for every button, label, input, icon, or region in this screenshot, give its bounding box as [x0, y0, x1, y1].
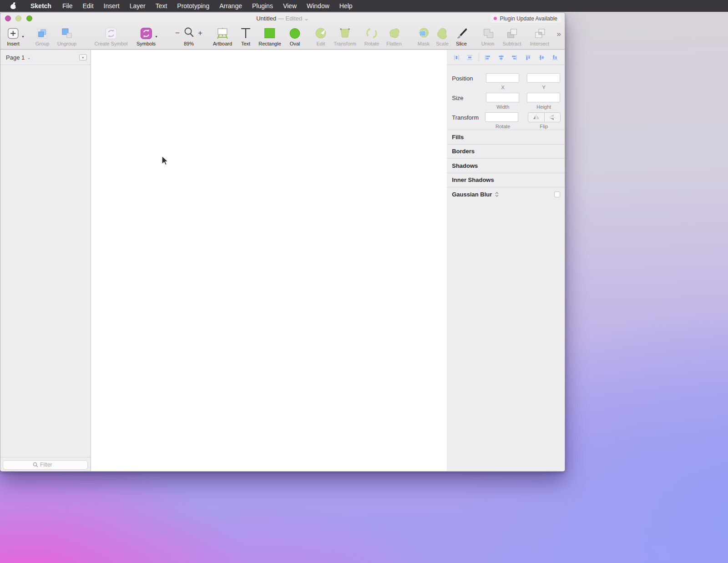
shadows-section-header[interactable]: Shadows	[447, 158, 565, 173]
window-title: Untitled — Edited ⌄	[0, 13, 565, 24]
inner-shadows-section-header[interactable]: Inner Shadows	[447, 173, 565, 187]
fills-section-header[interactable]: Fills	[447, 130, 565, 144]
rectangle-tool-button[interactable]: Rectangle	[258, 26, 281, 46]
align-left-icon[interactable]	[482, 52, 492, 62]
toolbar: ▾ Insert Group Ungroup	[0, 24, 565, 50]
plugin-update-badge[interactable]: Plugin Update Available	[490, 14, 561, 23]
title-chevron-icon[interactable]: ⌄	[304, 15, 309, 22]
width-sublabel: Width	[496, 104, 509, 110]
filter-input[interactable]	[40, 462, 58, 468]
document-title: Untitled	[256, 15, 276, 22]
menu-item-help[interactable]: Help	[334, 0, 358, 12]
size-width-input[interactable]	[486, 93, 519, 102]
flip-horizontal-button[interactable]	[528, 113, 545, 122]
menu-item-text[interactable]: Text	[151, 0, 172, 12]
page-selector[interactable]: Page 1 ⌄ ▾	[0, 50, 91, 65]
apple-menu-icon[interactable]	[10, 2, 17, 10]
window-chrome: Untitled — Edited ⌄ Plugin Update Availa…	[0, 13, 565, 50]
mask-button[interactable]: Mask	[418, 26, 430, 46]
align-separator	[479, 53, 479, 61]
document-status[interactable]: Edited	[285, 15, 302, 22]
intersect-icon	[534, 26, 546, 40]
canvas[interactable]	[91, 50, 447, 472]
scale-button[interactable]: Scale	[436, 26, 449, 46]
flatten-icon	[388, 26, 400, 40]
sketch-window: Untitled — Edited ⌄ Plugin Update Availa…	[0, 12, 565, 472]
symbols-icon: ▾	[140, 26, 152, 40]
page-chevron-icon: ⌄	[27, 55, 30, 60]
distribute-horizontally-icon[interactable]	[451, 52, 461, 62]
insert-button[interactable]: ▾ Insert	[7, 26, 20, 46]
align-top-icon[interactable]	[523, 52, 533, 62]
size-height-input[interactable]	[527, 93, 560, 102]
align-right-icon[interactable]	[510, 52, 520, 62]
filter-field[interactable]	[3, 460, 88, 470]
alignment-toolbar	[447, 50, 565, 65]
title-dash: —	[278, 15, 284, 22]
ungroup-icon	[61, 26, 73, 40]
menu-item-plugins[interactable]: Plugins	[247, 0, 278, 12]
page-list-button[interactable]: ▾	[79, 54, 87, 60]
symbols-dropdown-icon: ▾	[155, 35, 157, 39]
align-bottom-icon[interactable]	[550, 52, 560, 62]
text-tool-icon	[241, 26, 251, 40]
slice-button[interactable]: Slice	[455, 26, 468, 46]
flip-sublabel: Flip	[540, 124, 548, 129]
toolbar-overflow-button[interactable]: »	[557, 30, 561, 39]
magnifier-icon[interactable]	[183, 27, 194, 40]
flip-vertical-button[interactable]	[545, 113, 561, 122]
gaussian-blur-checkbox[interactable]	[554, 191, 560, 197]
mouse-cursor-icon	[160, 155, 170, 167]
flatten-button[interactable]: Flatten	[386, 26, 402, 46]
menu-item-insert[interactable]: Insert	[99, 0, 125, 12]
transform-label: Transform	[452, 114, 479, 121]
insert-icon: ▾	[7, 26, 19, 40]
edit-button[interactable]: Edit	[315, 26, 327, 46]
desktop: Sketch File Edit Insert Layer Text Proto…	[0, 0, 728, 563]
align-middle-vertical-icon[interactable]	[536, 52, 546, 62]
x-sublabel: X	[501, 85, 505, 90]
size-label: Size	[452, 95, 463, 101]
align-center-horizontal-icon[interactable]	[496, 52, 506, 62]
union-button[interactable]: Union	[481, 26, 495, 46]
ungroup-button[interactable]: Ungroup	[57, 26, 76, 46]
create-symbol-button[interactable]: Create Symbol	[95, 26, 128, 46]
position-y-input[interactable]	[527, 73, 560, 83]
filter-bar	[0, 457, 91, 472]
subtract-icon	[506, 26, 518, 40]
height-sublabel: Height	[536, 104, 551, 110]
zoom-out-button[interactable]: −	[175, 29, 180, 38]
zoom-level[interactable]: 89%	[184, 41, 194, 46]
menu-item-edit[interactable]: Edit	[77, 0, 98, 12]
rotate-input[interactable]	[485, 112, 518, 122]
layers-sidebar: Page 1 ⌄ ▾	[0, 50, 91, 472]
zoom-in-button[interactable]: +	[198, 29, 202, 38]
menu-item-arrange[interactable]: Arrange	[214, 0, 247, 12]
text-tool-button[interactable]: Text	[241, 26, 251, 46]
transform-button[interactable]: Transform	[334, 26, 356, 46]
page-label: Page 1	[6, 54, 25, 61]
gaussian-blur-section-header[interactable]: Gaussian Blur	[447, 187, 565, 201]
group-button[interactable]: Group	[35, 26, 50, 46]
y-sublabel: Y	[542, 85, 546, 90]
symbols-button[interactable]: ▾ Symbols	[136, 26, 156, 46]
menu-item-file[interactable]: File	[57, 0, 78, 12]
plugin-dot-icon	[494, 17, 497, 20]
rotate-button[interactable]: Rotate	[364, 26, 379, 46]
rectangle-tool-icon	[264, 26, 275, 40]
intersect-button[interactable]: Intersect	[530, 26, 549, 46]
menu-item-view[interactable]: View	[278, 0, 302, 12]
menu-item-layer[interactable]: Layer	[125, 0, 151, 12]
menu-item-prototyping[interactable]: Prototyping	[172, 0, 214, 12]
position-x-input[interactable]	[486, 73, 519, 83]
blur-type-stepper-icon[interactable]	[495, 192, 499, 197]
menu-item-window[interactable]: Window	[302, 0, 334, 12]
artboard-button[interactable]: Artboard	[213, 26, 232, 46]
position-label: Position	[452, 75, 473, 82]
distribute-vertically-icon[interactable]	[465, 52, 475, 62]
borders-section-header[interactable]: Borders	[447, 144, 565, 159]
oval-tool-button[interactable]: Oval	[289, 26, 301, 46]
subtract-button[interactable]: Subtract	[503, 26, 521, 46]
menu-item-sketch[interactable]: Sketch	[25, 0, 57, 12]
inspector-panel: Position X Y Size Width Height Transform	[447, 50, 565, 472]
